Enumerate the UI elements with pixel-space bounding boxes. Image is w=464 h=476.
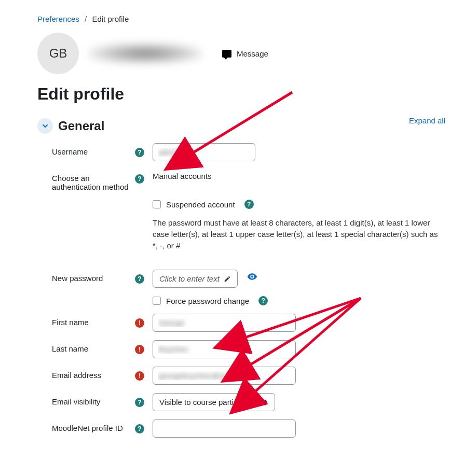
row-username: Username ? bbox=[52, 143, 443, 161]
username-input[interactable] bbox=[153, 143, 255, 161]
section-title-general: General bbox=[58, 119, 104, 133]
help-icon-newpw[interactable]: ? bbox=[135, 274, 144, 284]
row-suspended: Suspended account ? bbox=[52, 200, 443, 209]
label-new-password: New password bbox=[52, 270, 135, 283]
row-firstname: First name ! bbox=[52, 314, 443, 332]
lastname-input[interactable] bbox=[153, 340, 296, 358]
row-auth-method: Choose an authentication method ? Manual… bbox=[52, 170, 443, 191]
breadcrumb: Preferences / Edit profile bbox=[37, 15, 443, 23]
row-moodlenet: MoodleNet profile ID ? bbox=[52, 419, 443, 438]
breadcrumb-separator: / bbox=[85, 15, 87, 23]
label-email: Email address bbox=[52, 367, 135, 380]
emailvis-select[interactable]: Visible to course participants ▲▼ bbox=[153, 393, 275, 411]
label-suspended: Suspended account bbox=[166, 200, 235, 209]
eye-icon bbox=[247, 271, 257, 282]
firstname-input[interactable] bbox=[153, 314, 296, 332]
section-toggle-general[interactable] bbox=[37, 118, 53, 134]
label-username: Username bbox=[52, 143, 135, 156]
avatar: GB bbox=[37, 33, 79, 74]
section-general-header[interactable]: General bbox=[37, 118, 443, 134]
speech-bubble-icon bbox=[222, 50, 231, 58]
breadcrumb-current: Edit profile bbox=[92, 15, 129, 23]
new-password-input[interactable]: Click to enter text bbox=[153, 270, 238, 288]
row-lastname: Last name ! bbox=[52, 340, 443, 358]
help-icon-moodlenet[interactable]: ? bbox=[135, 424, 144, 433]
suspended-checkbox[interactable] bbox=[153, 200, 161, 208]
user-header: GB Message bbox=[37, 33, 443, 74]
required-icon-firstname: ! bbox=[135, 318, 144, 328]
label-auth-method: Choose an authentication method bbox=[52, 170, 135, 191]
required-icon-email: ! bbox=[135, 371, 144, 381]
auth-method-value: Manual accounts bbox=[153, 170, 443, 180]
help-icon-suspended[interactable]: ? bbox=[244, 200, 254, 209]
chevron-down-icon bbox=[42, 123, 48, 129]
label-firstname: First name bbox=[52, 314, 135, 327]
label-lastname: Last name bbox=[52, 340, 135, 353]
breadcrumb-preferences[interactable]: Preferences bbox=[37, 15, 79, 23]
label-moodlenet: MoodleNet profile ID bbox=[52, 419, 135, 432]
page-title: Edit profile bbox=[37, 85, 443, 104]
help-icon-forcepw[interactable]: ? bbox=[258, 296, 268, 305]
row-new-password: New password ? Click to enter text bbox=[52, 270, 443, 288]
emailvis-selected: Visible to course participants bbox=[159, 398, 258, 407]
email-input[interactable] bbox=[153, 367, 296, 385]
new-password-placeholder: Click to enter text bbox=[159, 274, 220, 283]
label-force-pw: Force password change bbox=[166, 297, 249, 305]
row-force-pw: Force password change ? bbox=[52, 296, 443, 305]
password-policy-text: The password must have at least 8 charac… bbox=[153, 217, 443, 251]
help-icon-emailvis[interactable]: ? bbox=[135, 398, 144, 407]
row-pw-policy: The password must have at least 8 charac… bbox=[52, 217, 443, 261]
message-label: Message bbox=[237, 49, 268, 58]
force-pw-checkbox[interactable] bbox=[153, 297, 161, 305]
pencil-icon bbox=[224, 275, 231, 283]
row-email: Email address ! bbox=[52, 367, 443, 385]
required-icon-lastname: ! bbox=[135, 345, 144, 354]
user-fullname-blurred bbox=[88, 43, 202, 64]
expand-all-link[interactable]: Expand all bbox=[409, 116, 445, 125]
sort-icon: ▲▼ bbox=[263, 399, 268, 405]
row-emailvis: Email visibility ? Visible to course par… bbox=[52, 393, 443, 411]
moodlenet-input[interactable] bbox=[153, 419, 296, 438]
message-button[interactable]: Message bbox=[222, 49, 268, 58]
help-icon-auth[interactable]: ? bbox=[135, 174, 144, 184]
label-emailvis: Email visibility bbox=[52, 393, 135, 406]
show-password-button[interactable] bbox=[247, 274, 257, 283]
help-icon-username[interactable]: ? bbox=[135, 148, 144, 157]
